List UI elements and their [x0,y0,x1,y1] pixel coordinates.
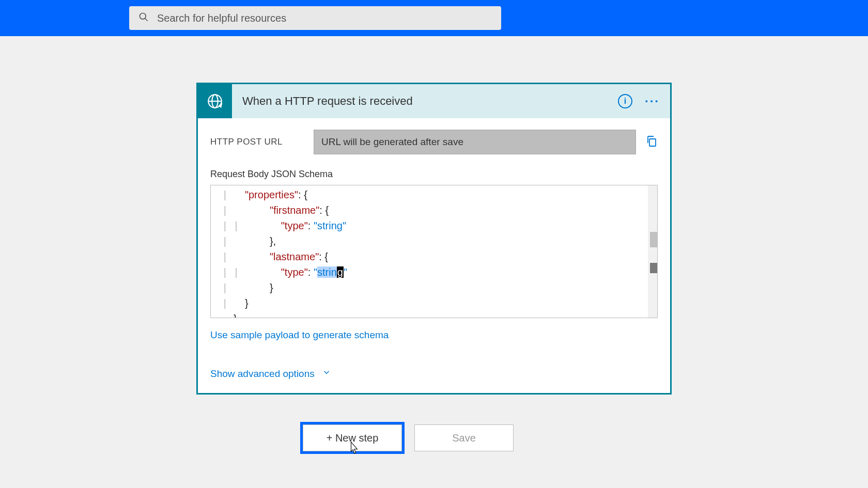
card-title: When a HTTP request is received [232,95,618,108]
new-step-button[interactable]: + New step [303,424,402,451]
scrollbar[interactable] [648,185,657,318]
show-advanced-label: Show advanced options [210,368,315,380]
svg-rect-5 [649,139,656,146]
copy-icon[interactable] [645,135,658,149]
top-bar: Search for helpful resources [0,0,868,36]
svg-point-0 [140,13,146,20]
schema-code[interactable]: | "properties": { | "firstname": { | | "… [215,187,657,318]
chevron-down-icon [322,368,331,380]
more-menu-icon[interactable]: ··· [645,94,660,108]
url-readonly-box: URL will be generated after save [314,130,636,154]
url-label: HTTP POST URL [210,137,314,147]
schema-editor[interactable]: | "properties": { | "firstname": { | | "… [210,185,658,318]
svg-line-1 [145,19,148,21]
http-trigger-icon [198,84,232,118]
search-placeholder: Search for helpful resources [157,12,286,24]
scrollbar-thumb[interactable] [650,232,657,247]
card-header[interactable]: When a HTTP request is received i ··· [198,84,670,118]
schema-label: Request Body JSON Schema [210,169,658,180]
trigger-card: When a HTTP request is received i ··· HT… [196,83,672,395]
scrollbar-thumb[interactable] [650,263,657,273]
show-advanced-toggle[interactable]: Show advanced options [210,368,658,380]
use-sample-payload-link[interactable]: Use sample payload to generate schema [210,329,658,341]
search-input[interactable]: Search for helpful resources [129,6,501,30]
info-icon[interactable]: i [618,94,632,108]
search-icon [138,12,149,24]
save-button[interactable]: Save [414,424,514,451]
